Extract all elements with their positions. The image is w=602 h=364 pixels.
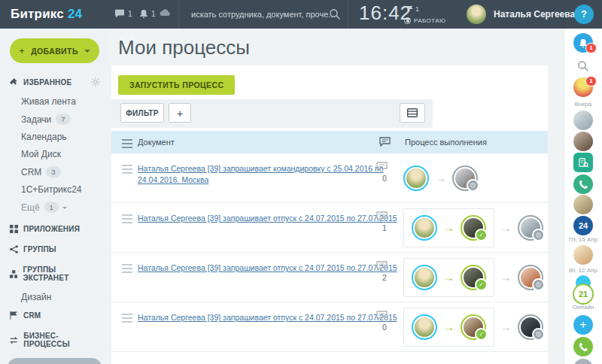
sidebar-item-live-feed[interactable]: Живая лента bbox=[0, 93, 109, 110]
table-row[interactable]: Наталья Сергеева [39] запрашивает команд… bbox=[111, 153, 548, 203]
arrow-right-icon: → bbox=[443, 222, 455, 233]
sidebar-item-1c-bitrix24[interactable]: 1С+Битрикс24 bbox=[0, 180, 109, 198]
table-row[interactable]: Наталья Сергеева [39] запрашивает отпуск… bbox=[111, 302, 548, 352]
approver-avatar[interactable] bbox=[452, 165, 478, 191]
notifications-button[interactable]: 1 bbox=[573, 33, 593, 53]
sidebar-item-tasks[interactable]: Задачи7 bbox=[0, 110, 109, 128]
table-row[interactable]: Наталья Сергеева [39] запрашивает отпуск… bbox=[111, 253, 548, 302]
sidebar-item-design[interactable]: Дизайн bbox=[0, 288, 109, 305]
row-drag-handle-icon[interactable] bbox=[122, 264, 132, 273]
chat-indicator[interactable]: 1 bbox=[114, 9, 132, 18]
initiator-avatar[interactable] bbox=[412, 265, 437, 290]
header-menu-icon[interactable] bbox=[122, 139, 132, 148]
work-status[interactable]: РАБОТАЮ bbox=[404, 17, 445, 24]
waiting-clock-badge bbox=[532, 278, 545, 291]
blocks-icon bbox=[10, 270, 17, 278]
comments-cell[interactable]: 1 bbox=[376, 211, 393, 232]
next-approver-avatar[interactable] bbox=[518, 215, 543, 241]
process-cycle-icon bbox=[10, 336, 18, 344]
sidebar-item-my-drive[interactable]: Мой Диск bbox=[0, 145, 109, 162]
notification-badge: 1 bbox=[585, 43, 597, 53]
add-button[interactable]: + ДОБАВИТЬ bbox=[10, 38, 99, 63]
date-separator: Вт, 12 Апр bbox=[564, 267, 602, 274]
invite-users-button[interactable]: + bbox=[573, 315, 593, 335]
chat-contact-avatar[interactable] bbox=[573, 111, 593, 130]
online-users-counter[interactable]: 21 bbox=[573, 284, 594, 305]
approved-by-avatar[interactable]: ✓ bbox=[461, 265, 486, 290]
section-title: ГРУППЫ ЭКСТРАНЕТ bbox=[23, 265, 100, 282]
sidebar-item-crm[interactable]: CRM3 bbox=[0, 162, 109, 180]
add-filter-button[interactable]: + bbox=[169, 103, 191, 123]
left-sidebar: + ДОБАВИТЬ ИЗБРАННОЕ Живая лента Задачи7… bbox=[0, 29, 109, 364]
start-process-button[interactable]: ЗАПУСТИТЬ ПРОЦЕСС bbox=[118, 75, 235, 95]
sidebar-section-groups[interactable]: ГРУППЫ bbox=[0, 239, 109, 259]
call-item-button[interactable] bbox=[573, 174, 593, 194]
sidebar-section-apps[interactable]: ПРИЛОЖЕНИЯ bbox=[0, 219, 109, 239]
document-search-button[interactable] bbox=[573, 153, 593, 172]
sidebar-section-crm[interactable]: CRM bbox=[0, 305, 109, 326]
search-icon[interactable] bbox=[577, 60, 589, 72]
initiator-avatar[interactable] bbox=[412, 314, 437, 340]
approved-check-badge: ✓ bbox=[475, 328, 488, 341]
row-drag-handle-icon[interactable] bbox=[122, 214, 132, 223]
section-title: ГРУППЫ bbox=[23, 245, 56, 253]
flag-indicator[interactable]: 1 bbox=[407, 5, 419, 13]
sidebar-section-extranet-groups[interactable]: ГРУППЫ ЭКСТРАНЕТ bbox=[0, 259, 109, 288]
sidebar-item-my-processes-active[interactable]: Мои процессы bbox=[8, 358, 102, 364]
help-button[interactable]: ? bbox=[574, 5, 594, 24]
approved-by-avatar[interactable]: ✓ bbox=[461, 314, 486, 340]
next-approver-avatar[interactable] bbox=[518, 265, 543, 290]
sidebar-section-business-processes[interactable]: БИЗНЕС-ПРОЦЕССЫ bbox=[0, 326, 109, 354]
user-avatar[interactable] bbox=[467, 5, 486, 24]
comment-icon bbox=[376, 261, 388, 271]
chat-contact-avatar[interactable] bbox=[573, 195, 593, 214]
filter-button[interactable]: ФИЛЬТР bbox=[120, 103, 164, 123]
chat-contact-avatar[interactable] bbox=[573, 132, 593, 151]
download-app-button[interactable] bbox=[573, 359, 593, 364]
document-link[interactable]: Наталья Сергеева [39] запрашивает отпуск… bbox=[138, 213, 397, 224]
bell-icon bbox=[139, 9, 148, 19]
initiator-avatar[interactable] bbox=[412, 215, 437, 241]
notifications-indicator[interactable]: 1 bbox=[139, 9, 156, 19]
sidebar-item-calendar[interactable]: Календарь bbox=[0, 128, 109, 145]
next-approver-avatar[interactable] bbox=[518, 314, 543, 340]
date-separator: Вчера bbox=[564, 101, 602, 108]
search-input[interactable]: искать сотрудника, документ, проче... bbox=[191, 0, 336, 29]
sidebar-item-more[interactable]: Ещё1 bbox=[0, 198, 109, 216]
chat-contact-avatar[interactable]: 1 bbox=[573, 77, 593, 97]
arrow-right-icon: → bbox=[500, 222, 512, 233]
document-link[interactable]: Наталья Сергеева [39] запрашивает отпуск… bbox=[138, 312, 397, 323]
header-divider bbox=[178, 0, 179, 29]
phone-call-button[interactable] bbox=[573, 337, 593, 356]
bitrix-logo[interactable]: Битрикс 24 bbox=[11, 0, 82, 29]
cloud-indicator[interactable] bbox=[160, 9, 171, 17]
row-drag-handle-icon[interactable] bbox=[122, 314, 132, 323]
table-row[interactable]: Наталья Сергеева [39] запрашивает отпуск… bbox=[111, 203, 548, 253]
comment-count: 0 bbox=[376, 174, 393, 183]
phone-icon bbox=[579, 180, 588, 190]
comments-cell[interactable]: 0 bbox=[376, 311, 393, 332]
chevron-down-icon bbox=[84, 50, 90, 53]
comments-cell[interactable]: 0 bbox=[376, 162, 393, 183]
chat-unread-badge: 1 bbox=[585, 76, 597, 86]
section-title: ИЗБРАННОЕ bbox=[23, 78, 71, 86]
search-icon[interactable] bbox=[329, 8, 341, 20]
approved-by-avatar[interactable]: ✓ bbox=[461, 215, 486, 241]
user-menu-caret-icon[interactable] bbox=[561, 13, 567, 16]
process-progress: → bbox=[403, 153, 478, 202]
view-settings-button[interactable] bbox=[400, 103, 425, 123]
initiator-avatar[interactable] bbox=[403, 165, 429, 191]
top-header: Битрикс 24 1 1 искать сотрудника, докуме… bbox=[0, 0, 602, 29]
column-process[interactable]: Процесс выполнения bbox=[405, 131, 487, 153]
bitrix24-network-button[interactable]: 24 bbox=[573, 216, 593, 235]
record-dot-icon bbox=[404, 17, 411, 24]
comments-cell[interactable]: 2 bbox=[376, 261, 393, 282]
gear-icon[interactable] bbox=[91, 77, 100, 86]
column-document[interactable]: Документ bbox=[138, 131, 175, 153]
sidebar-section-favorites[interactable]: ИЗБРАННОЕ bbox=[0, 72, 109, 93]
row-drag-handle-icon[interactable] bbox=[122, 165, 132, 174]
document-link[interactable]: Наталья Сергеева [39] запрашивает отпуск… bbox=[138, 262, 397, 274]
item-label: CRM bbox=[21, 167, 41, 177]
chat-contact-avatar[interactable] bbox=[573, 245, 593, 265]
document-link[interactable]: Наталья Сергеева [39] запрашивает команд… bbox=[138, 163, 386, 186]
